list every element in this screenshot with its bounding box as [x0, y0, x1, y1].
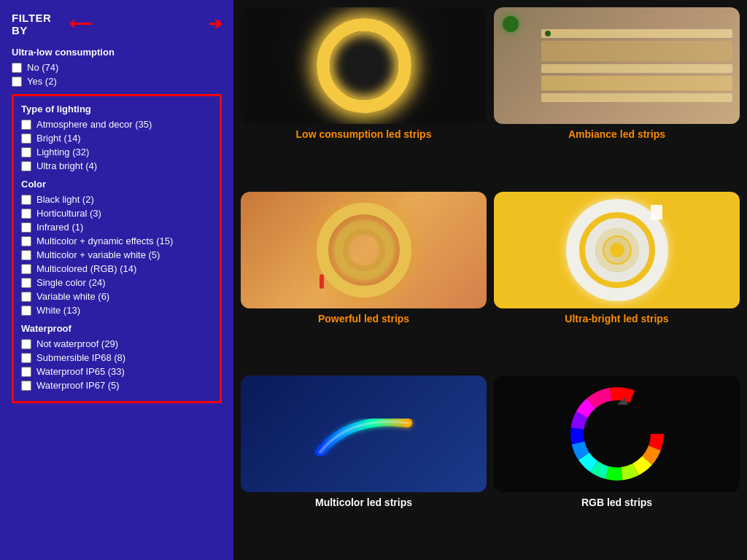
ultra-low-yes-label: Yes (2)	[27, 76, 57, 87]
product-grid: Low consumption led strips Ambiance led …	[233, 0, 747, 560]
filter-by-title: FILTER BY	[12, 12, 61, 36]
waterproof-submersible[interactable]: Submersible IP68 (8)	[21, 352, 212, 363]
glow-ring-container	[317, 18, 411, 113]
shelf-visual	[541, 29, 732, 102]
product-label-powerful: Powerful led strips	[241, 308, 487, 329]
filter-by-header: FILTER BY ⟵ ➔	[12, 12, 222, 36]
product-image-ambiance	[494, 7, 740, 124]
product-label-low-consumption: Low consumption led strips	[241, 124, 487, 144]
color-multicolored-rgb-checkbox[interactable]	[21, 264, 31, 274]
arrow-icon: ⟵ ➔	[69, 15, 222, 34]
color-multicolor-dynamic-checkbox[interactable]	[21, 236, 31, 246]
ultra-low-no-checkbox[interactable]	[12, 63, 22, 73]
waterproof-ip65[interactable]: Waterproof IP65 (33)	[21, 366, 212, 377]
product-label-ambiance: Ambiance led strips	[494, 124, 740, 144]
waterproof-not[interactable]: Not waterproof (29)	[21, 338, 212, 349]
ultra-low-no-label: No (74)	[27, 62, 58, 73]
product-card-powerful[interactable]: Powerful led strips	[241, 192, 487, 369]
coil-inner	[343, 229, 385, 271]
type-of-lighting-title: Type of lighting	[21, 104, 212, 114]
plant-icon	[503, 16, 519, 32]
waterproof-submersible-checkbox[interactable]	[21, 353, 31, 363]
color-horticultural-checkbox[interactable]	[21, 209, 31, 219]
glow-ring	[317, 18, 411, 113]
color-infrared-label: Infrared (1)	[36, 222, 83, 233]
color-multicolor-dynamic-label: Multicolor + dynamic effects (15)	[36, 236, 173, 246]
color-group: Color Black light (2) Horticultural (3) …	[21, 179, 212, 316]
product-label-multicolor: Multicolor led strips	[241, 492, 487, 513]
shelf-4	[541, 76, 732, 90]
type-of-lighting-group: Type of lighting Atmosphere and decor (3…	[21, 104, 212, 171]
shelf-2	[541, 41, 732, 61]
product-image-rgb	[494, 376, 740, 492]
lighting-lighting-label: Lighting (32)	[36, 147, 89, 158]
glow-ring-center	[330, 31, 403, 104]
color-horticultural-label: Horticultural (3)	[36, 208, 101, 219]
waterproof-submersible-label: Submersible IP68 (8)	[36, 352, 125, 363]
color-horticultural[interactable]: Horticultural (3)	[21, 208, 212, 219]
ultra-low-yes-checkbox[interactable]	[12, 77, 22, 87]
color-multicolor-variable-checkbox[interactable]	[21, 250, 31, 260]
waterproof-ip65-checkbox[interactable]	[21, 367, 31, 377]
ultra-low-yes[interactable]: Yes (2)	[12, 76, 222, 87]
svg-point-13	[589, 406, 645, 462]
product-card-multicolor[interactable]: Multicolor led strips	[241, 376, 487, 553]
shelf-5	[541, 93, 732, 102]
filter-sidebar: FILTER BY ⟵ ➔ Ultra-low consumption No (…	[0, 0, 233, 560]
lighting-lighting-checkbox[interactable]	[21, 147, 31, 158]
lighting-atmosphere-checkbox[interactable]	[21, 120, 31, 130]
color-white-checkbox[interactable]	[21, 306, 31, 316]
product-label-rgb: RGB led strips	[494, 492, 740, 513]
plant-decor	[545, 31, 551, 36]
color-multicolor-variable-label: Multicolor + variable white (5)	[36, 249, 160, 260]
product-image-ultra-bright	[494, 192, 740, 308]
lighting-atmosphere[interactable]: Atmosphere and decor (35)	[21, 119, 212, 130]
multicolor-strip-svg	[306, 401, 422, 467]
color-white-label: White (13)	[36, 305, 80, 316]
waterproof-ip65-label: Waterproof IP65 (33)	[36, 366, 125, 377]
waterproof-ip67-checkbox[interactable]	[21, 381, 31, 391]
ultra-low-no[interactable]: No (74)	[12, 62, 222, 73]
ultra-coil-container	[566, 199, 668, 301]
product-card-low-consumption[interactable]: Low consumption led strips	[241, 7, 487, 184]
lighting-ultra-bright[interactable]: Ultra bright (4)	[21, 160, 212, 171]
color-black-light-label: Black light (2)	[36, 194, 94, 205]
coil-outer	[317, 203, 411, 298]
color-variable-white-checkbox[interactable]	[21, 292, 31, 302]
product-image-powerful	[241, 192, 487, 308]
waterproof-group: Waterproof Not waterproof (29) Submersib…	[21, 323, 212, 391]
lighting-lighting[interactable]: Lighting (32)	[21, 147, 212, 158]
color-black-light[interactable]: Black light (2)	[21, 194, 212, 205]
red-border-filter-section: Type of lighting Atmosphere and decor (3…	[12, 94, 222, 403]
product-card-ambiance[interactable]: Ambiance led strips	[494, 7, 740, 184]
color-single-checkbox[interactable]	[21, 278, 31, 288]
shelf-3	[541, 64, 732, 73]
waterproof-ip67[interactable]: Waterproof IP67 (5)	[21, 380, 212, 391]
color-multicolor-variable[interactable]: Multicolor + variable white (5)	[21, 249, 212, 260]
product-label-ultra-bright: Ultra-bright led strips	[494, 308, 740, 329]
lighting-bright[interactable]: Bright (14)	[21, 133, 212, 144]
coil-tag	[651, 205, 662, 219]
color-variable-white[interactable]: Variable white (6)	[21, 291, 212, 302]
color-black-light-checkbox[interactable]	[21, 195, 31, 205]
product-card-rgb[interactable]: RGB led strips	[494, 376, 740, 553]
waterproof-ip67-label: Waterproof IP67 (5)	[36, 380, 120, 391]
color-title: Color	[21, 179, 212, 190]
waterproof-not-checkbox[interactable]	[21, 339, 31, 349]
color-multicolor-dynamic[interactable]: Multicolor + dynamic effects (15)	[21, 236, 212, 246]
rgb-ring-svg	[566, 383, 668, 485]
lighting-ultra-bright-checkbox[interactable]	[21, 161, 31, 171]
color-infrared[interactable]: Infrared (1)	[21, 222, 212, 233]
product-card-ultra-bright[interactable]: Ultra-bright led strips	[494, 192, 740, 369]
waterproof-title: Waterproof	[21, 323, 212, 334]
lighting-atmosphere-label: Atmosphere and decor (35)	[36, 119, 152, 130]
color-multicolored-rgb-label: Multicolored (RGB) (14)	[36, 263, 136, 274]
color-multicolored-rgb[interactable]: Multicolored (RGB) (14)	[21, 263, 212, 274]
color-white[interactable]: White (13)	[21, 305, 212, 316]
ultra-coil-core	[604, 237, 630, 263]
color-single[interactable]: Single color (24)	[21, 277, 212, 288]
coil-container	[317, 203, 411, 298]
lighting-bright-checkbox[interactable]	[21, 133, 31, 144]
color-single-label: Single color (24)	[36, 277, 106, 288]
color-infrared-checkbox[interactable]	[21, 222, 31, 233]
